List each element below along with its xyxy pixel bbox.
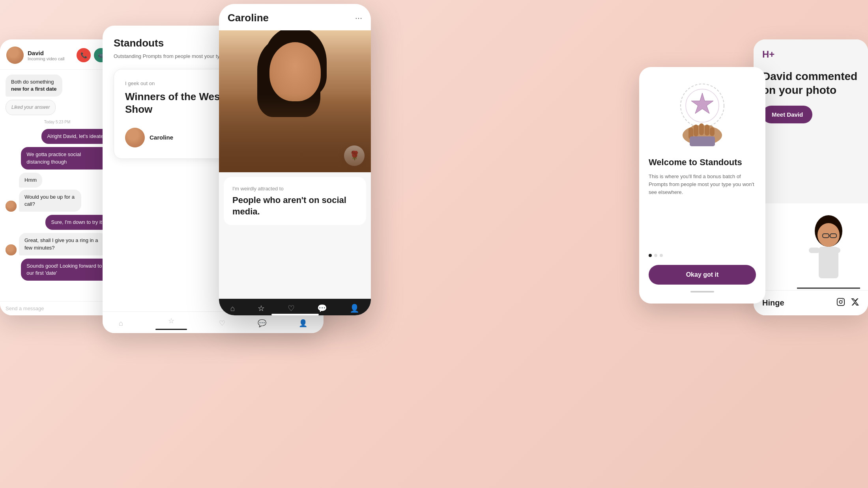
snav-likes[interactable]: ♡ (219, 319, 225, 328)
message-timestamp: Today 5:23 PM (6, 120, 109, 124)
welcome-illustration (667, 78, 738, 149)
nav-home-icon: ⌂ (230, 304, 235, 312)
chat-panel: David Incoming video call 📞 📹 Both do so… (0, 39, 114, 315)
david-avatar (6, 47, 24, 64)
svg-rect-17 (809, 248, 820, 253)
nav-profile-icon: 👤 (350, 304, 359, 312)
snav-standouts-icon: ☆ (168, 317, 174, 325)
small-avatar-2 (6, 244, 17, 255)
svg-rect-7 (699, 123, 704, 135)
message-liked: Liked your answer (6, 100, 56, 115)
call-button[interactable]: 📞 (77, 48, 91, 62)
nav-likes-icon: ♡ (288, 304, 295, 312)
welcome-title: Welcome to Standouts (649, 157, 756, 168)
social-icons (836, 298, 859, 308)
snav-messages-icon: 💬 (258, 319, 266, 328)
snav-messages[interactable]: 💬 (258, 319, 266, 328)
svg-rect-9 (710, 127, 715, 136)
svg-point-21 (839, 300, 842, 303)
message-outgoing-4: Sounds good! Looking forward to our firs… (21, 259, 109, 281)
svg-rect-10 (690, 136, 715, 146)
center-user-name: Caroline (228, 12, 269, 24)
chat-status: Incoming video call (28, 56, 73, 61)
svg-rect-8 (705, 125, 709, 136)
profile-prompt-text: People who aren't on social media. (232, 195, 357, 217)
more-button[interactable]: ··· (355, 13, 362, 23)
profile-prompt-label: I'm weirdly attracted to (232, 186, 357, 192)
message-outgoing-2: We gotta practice social distancing thou… (21, 147, 109, 169)
chat-user-info: David Incoming video call (28, 50, 73, 61)
panels-wrapper: David Incoming video call 📞 📹 Both do so… (0, 0, 868, 488)
svg-point-22 (842, 300, 843, 300)
welcome-dots (649, 254, 756, 257)
svg-marker-2 (691, 93, 713, 114)
instagram-icon[interactable] (836, 298, 845, 308)
right-panel-footer: Hinge (754, 290, 868, 315)
profile-prompt-card: I'm weirdly attracted to People who aren… (224, 177, 366, 225)
center-nav: ⌂ ☆ ♡ 💬 👤 (219, 299, 371, 315)
hinge-logo-right: H+ (762, 49, 859, 60)
chat-user-name: David (28, 50, 73, 56)
center-panel: Caroline ··· 🌹 I'm weirdly attracted to … (219, 4, 371, 315)
face-element (269, 42, 321, 101)
svg-rect-6 (694, 125, 698, 136)
right-panel-illustration (754, 203, 868, 290)
center-header: Caroline ··· (219, 4, 371, 30)
snav-home[interactable]: ⌂ (119, 319, 123, 328)
david-avatar-face (6, 47, 24, 64)
hinge-brand: Hinge (762, 298, 784, 307)
message-incoming-4: Great, shall I give you a ring in a few … (19, 233, 107, 255)
svg-rect-20 (837, 298, 844, 305)
welcome-panel: Welcome to Standouts This is where you'l… (639, 67, 765, 304)
welcome-home-indicator (690, 291, 714, 292)
nav-messages-icon: 💬 (317, 304, 327, 312)
chat-messages: Both do somethingnew for a first date Li… (0, 70, 114, 294)
notification-text: David commented on your photo (762, 69, 859, 97)
standouts-illustration-svg (667, 78, 738, 149)
welcome-dot-3 (660, 254, 663, 257)
chat-input-area[interactable]: Send a message (0, 301, 114, 315)
okay-got-it-button[interactable]: Okay got it (649, 265, 756, 285)
welcome-dot-2 (654, 254, 657, 257)
nav-messages[interactable]: 💬 (317, 304, 327, 312)
nav-standouts[interactable]: ☆ (258, 304, 265, 312)
nav-standouts-icon: ☆ (258, 304, 265, 312)
welcome-description: This is where you'll find a bonus batch … (649, 173, 756, 246)
standouts-title: Standouts (114, 37, 164, 49)
snav-standouts[interactable]: ☆ (155, 317, 187, 330)
nav-profile[interactable]: 👤 (350, 304, 359, 312)
message-outgoing-3: Sure, I'm down to try it! (45, 215, 109, 230)
message-incoming-2: Hmm (19, 173, 42, 188)
prompt-user-avatar (125, 128, 145, 147)
center-nav-indicator (271, 314, 319, 315)
david-illustration-svg (785, 211, 864, 290)
welcome-dot-1 (649, 254, 652, 257)
snav-home-icon: ⌂ (119, 319, 123, 328)
profile-photo: 🌹 (219, 30, 371, 172)
snav-profile[interactable]: 👤 (299, 319, 307, 328)
message-incoming-3: Would you be up for a call? (19, 190, 81, 212)
twitter-icon[interactable] (851, 298, 859, 308)
chat-header: David Incoming video call 📞 📹 (0, 39, 114, 70)
snav-likes-icon: ♡ (219, 319, 225, 328)
message-with-avatar-1: Hmm Would you be up for a call? (6, 173, 109, 212)
snav-profile-icon: 👤 (299, 319, 307, 328)
small-avatar-1 (6, 201, 17, 212)
nav-likes[interactable]: ♡ (288, 304, 295, 312)
message-with-avatar-2: Great, shall I give you a ring in a few … (6, 233, 109, 255)
message-incoming-1: Both do somethingnew for a first date (6, 75, 62, 97)
svg-rect-18 (829, 248, 840, 253)
meet-david-button[interactable]: Meet David (762, 106, 812, 123)
right-panel: H+ David commented on your photo Meet Da… (754, 39, 868, 315)
message-outgoing-1: Alright David, let's ideate (41, 129, 109, 144)
snav-active-indicator (155, 329, 187, 330)
nav-home[interactable]: ⌂ (230, 304, 235, 312)
chat-input-placeholder: Send a message (6, 305, 109, 311)
right-panel-top: H+ David commented on your photo Meet Da… (754, 39, 868, 203)
prompt-user-name: Caroline (150, 134, 173, 141)
